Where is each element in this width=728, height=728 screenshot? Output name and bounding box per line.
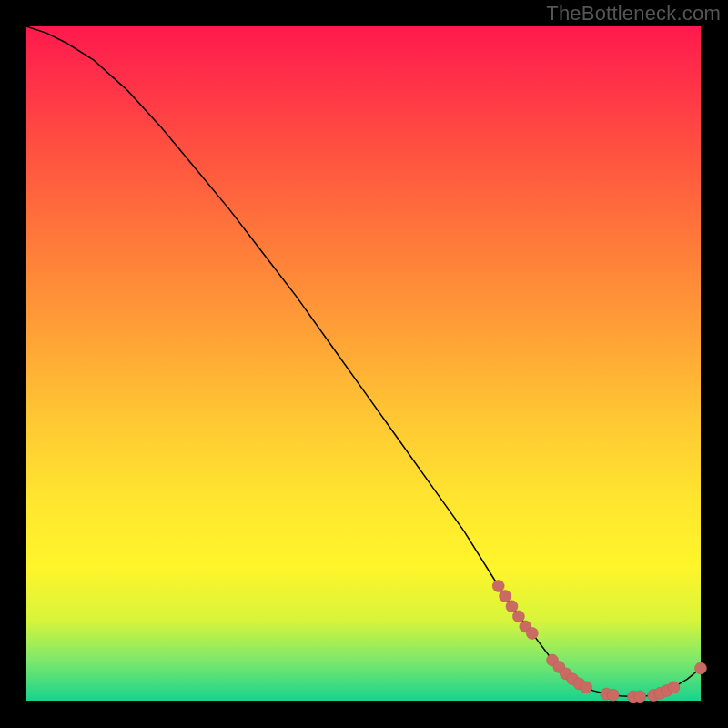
data-marker	[695, 662, 707, 674]
watermark-text: TheBottleneck.com	[546, 2, 721, 25]
data-marker	[526, 627, 538, 639]
data-marker	[607, 689, 619, 701]
data-marker	[492, 581, 504, 592]
marker-group	[492, 581, 706, 703]
chart-canvas: TheBottleneck.com	[0, 0, 728, 728]
data-marker	[668, 682, 680, 693]
data-marker	[581, 682, 592, 693]
plot-overlay	[26, 26, 701, 701]
data-marker	[500, 591, 511, 602]
data-marker	[506, 601, 518, 612]
data-marker	[634, 691, 646, 703]
data-marker	[512, 611, 524, 622]
bottleneck-curve	[26, 26, 701, 697]
